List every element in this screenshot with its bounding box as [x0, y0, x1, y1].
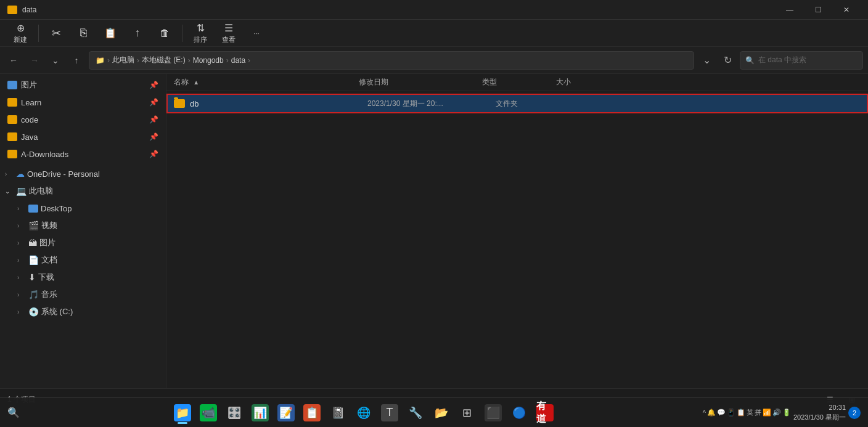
taskbar-word[interactable]: 📝	[274, 401, 298, 425]
taskbar-red-app[interactable]: 有道	[533, 401, 557, 425]
terminal-icon: ⬛	[485, 404, 502, 421]
sidebar-item-learn[interactable]: Learn 📌	[0, 94, 166, 111]
dropdown-button[interactable]: ⌄	[47, 52, 64, 69]
maximize-button[interactable]: ☐	[804, 0, 832, 20]
col-type-header[interactable]: 类型	[482, 77, 556, 87]
sidebar-pictures[interactable]: › 🏔 图片	[0, 234, 166, 251]
sidebar-item-java[interactable]: Java 📌	[0, 128, 166, 145]
sidebar-item-code[interactable]: code 📌	[0, 111, 166, 128]
taskbar-webex[interactable]: 📹	[196, 401, 221, 425]
this-pc-icon: 💻	[16, 186, 27, 196]
new-icon: ⊕	[17, 22, 25, 34]
delete-icon: 🗑	[160, 28, 170, 39]
column-headers: 名称 ▲ 修改日期 类型 大小	[166, 74, 868, 91]
webex-icon: 📹	[200, 404, 217, 421]
sidebar-this-pc[interactable]: ⌄ 💻 此电脑	[0, 182, 166, 200]
share-button[interactable]: ↑	[125, 24, 150, 42]
minimize-button[interactable]: —	[776, 0, 804, 20]
red-app-icon: 有道	[536, 404, 554, 421]
lang2-label[interactable]: 拼	[755, 408, 761, 417]
search-box[interactable]: 🔍 在 data 中搜索	[740, 51, 863, 70]
address-bar: ← → ⌄ ↑ 📁 › 此电脑 › 本地磁盘 (E:) › Mongodb › …	[0, 47, 868, 74]
col-modified-header[interactable]: 修改日期	[359, 77, 482, 87]
more-button[interactable]: ···	[244, 27, 269, 39]
sidebar-downloads-tree[interactable]: › ⬇ 下载	[0, 269, 166, 286]
path-part-data[interactable]: data	[231, 56, 245, 65]
sidebar-item-label: Java	[21, 132, 38, 142]
sidebar-item-downloads[interactable]: A-Downloads 📌	[0, 145, 166, 163]
sidebar-music[interactable]: › 🎵 音乐	[0, 286, 166, 303]
forward-button[interactable]: →	[26, 52, 43, 69]
sidebar-system-c[interactable]: › 💿 系统 (C:)	[0, 303, 166, 320]
more-icon: ···	[253, 30, 259, 37]
sidebar-item-pictures[interactable]: 图片 📌	[0, 76, 166, 94]
notification-badge[interactable]: 2	[848, 407, 861, 419]
download-icon: ⬇	[28, 272, 36, 282]
refresh-button[interactable]: ↻	[719, 52, 736, 69]
file-explorer-icon: 📁	[174, 404, 191, 421]
expand-arrow: ›	[17, 240, 26, 246]
expand-arrow: ›	[17, 309, 26, 315]
close-button[interactable]: ✕	[832, 0, 861, 20]
view-button[interactable]: ☰ 查看	[216, 20, 242, 47]
paste-button[interactable]: 📋	[98, 25, 123, 41]
system-c-label: 系统 (C:)	[41, 306, 73, 317]
onedrive-label: OneDrive - Personal	[27, 169, 100, 179]
downloads-folder-icon	[7, 150, 17, 158]
documents-label: 文档	[41, 254, 57, 266]
copy-button[interactable]: ⎘	[71, 24, 96, 42]
sidebar-documents[interactable]: › 📄 文档	[0, 251, 166, 269]
downloads-label: 下载	[38, 272, 54, 283]
taskbar-browser[interactable]: 🔵	[507, 401, 531, 425]
back-button[interactable]: ←	[5, 52, 22, 69]
taskbar-clock[interactable]: 20:31 2023/1/30 星期一	[793, 403, 846, 422]
address-path[interactable]: 📁 › 此电脑 › 本地磁盘 (E:) › Mongodb › data ›	[89, 51, 694, 70]
search-icon: 🔍	[7, 407, 20, 418]
toolbar: ⊕ 新建 ✂ ⎘ 📋 ↑ 🗑 ⇅ 排序 ☰ 查看 ···	[0, 20, 868, 47]
expand-arrow: ›	[17, 222, 26, 229]
videos-label: 视频	[41, 220, 57, 231]
drive-icon: 💿	[28, 307, 39, 317]
taskbar-grid-app[interactable]: ⊞	[455, 401, 480, 425]
tray-icon3: 📱	[727, 409, 735, 417]
col-name-header[interactable]: 名称 ▲	[174, 77, 359, 87]
sort-button[interactable]: ⇅ 排序	[187, 20, 213, 47]
sidebar-videos[interactable]: › 🎬 视频	[0, 217, 166, 234]
path-part-pc[interactable]: 此电脑	[112, 55, 134, 65]
expand-arrow: ⌄	[5, 188, 14, 195]
pictures-label: 图片	[39, 237, 55, 248]
new-button[interactable]: ⊕ 新建	[7, 20, 33, 47]
taskbar-excel[interactable]: 📊	[248, 401, 272, 425]
taskbar-typora[interactable]: T	[377, 401, 402, 425]
path-part-drive[interactable]: 本地磁盘 (E:)	[142, 55, 186, 65]
cut-button[interactable]: ✂	[44, 24, 68, 43]
taskbar-eq[interactable]: 🎛️	[222, 401, 247, 425]
delete-button[interactable]: 🗑	[152, 25, 177, 41]
taskbar-ppt[interactable]: 📋	[300, 401, 324, 425]
table-row[interactable]: db 2023/1/30 星期一 20:... 文件夹	[166, 94, 868, 113]
taskbar-app1[interactable]: 🔧	[403, 401, 428, 425]
taskbar-search[interactable]: 🔍	[2, 402, 25, 424]
sidebar-onedrive[interactable]: › ☁ OneDrive - Personal	[0, 165, 166, 182]
taskbar-terminal[interactable]: ⬛	[481, 401, 506, 425]
tray-arrow[interactable]: ^	[703, 409, 706, 417]
taskbar-file-explorer[interactable]: 📁	[170, 401, 195, 425]
pin-icon: 📌	[149, 115, 158, 124]
path-dropdown-button[interactable]: ⌄	[698, 52, 715, 69]
taskbar-edge[interactable]: 🌐	[351, 401, 376, 425]
path-part-mongodb[interactable]: Mongodb	[193, 56, 224, 65]
pictures-icon: 🏔	[28, 238, 37, 248]
pictures-folder-icon	[7, 81, 17, 89]
col-size-header[interactable]: 大小	[556, 77, 618, 87]
taskbar-notepad[interactable]: 📓	[326, 401, 350, 425]
sidebar-desktop[interactable]: › DeskTop	[0, 200, 166, 217]
new-label: 新建	[14, 35, 27, 44]
lang1-label[interactable]: 英	[747, 408, 753, 417]
sidebar-item-label: 图片	[21, 79, 37, 91]
clock-time: 20:31	[793, 403, 846, 412]
volume-icon: 🔊	[772, 409, 781, 417]
file-list: db 2023/1/30 星期一 20:... 文件夹	[166, 91, 868, 116]
taskbar-folder[interactable]: 📂	[429, 401, 454, 425]
up-button[interactable]: ↑	[68, 52, 85, 69]
pin-icon: 📌	[149, 81, 158, 89]
